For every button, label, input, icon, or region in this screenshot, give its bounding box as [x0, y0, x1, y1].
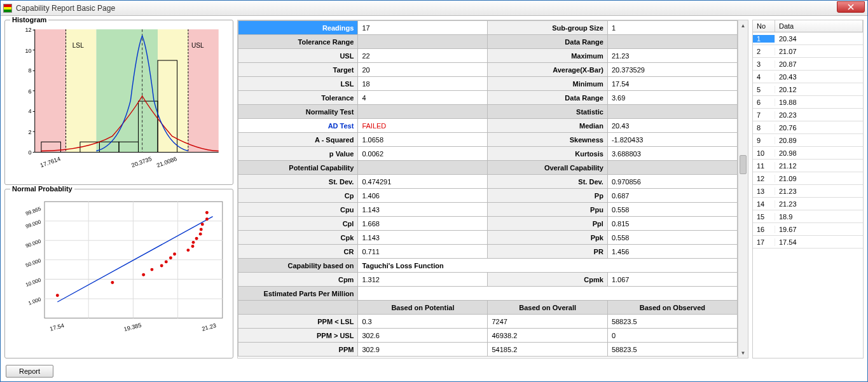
svg-text:90.000: 90.000: [25, 238, 42, 249]
table-row[interactable]: 120.34: [753, 32, 863, 45]
table-row[interactable]: 1518.9: [753, 210, 863, 223]
svg-text:17.7614: 17.7614: [39, 156, 61, 169]
normprob-chart: 99.865 99.000 90.000 50.000 10.000 1.000…: [9, 192, 229, 341]
svg-point-55: [111, 281, 114, 284]
data-rows[interactable]: 120.34221.07320.87420.43520.12619.88720.…: [753, 32, 863, 358]
stats-row: Capability based onTaguchi's Loss Functi…: [238, 259, 738, 273]
histogram-panel: Histogram 0 2 4 6: [4, 20, 233, 185]
svg-text:99.865: 99.865: [25, 206, 42, 217]
svg-text:21.0086: 21.0086: [156, 156, 177, 169]
stats-row: Tolerance RangeData Range: [238, 35, 738, 49]
scroll-thumb[interactable]: [740, 155, 747, 174]
stats-panel: Readings17Sub-group Size1Tolerance Range…: [237, 20, 748, 358]
col-no-header[interactable]: No: [753, 20, 775, 32]
table-row[interactable]: 420.43: [753, 71, 863, 83]
svg-point-60: [169, 256, 172, 259]
table-row[interactable]: 1717.54: [753, 236, 863, 249]
svg-text:10.000: 10.000: [25, 277, 42, 288]
stats-row: Target20Average(X-Bar)20.373529: [238, 63, 738, 77]
stats-row: A - Squared1.0658Skewness-1.820433: [238, 133, 738, 147]
svg-text:50.000: 50.000: [25, 257, 42, 268]
close-icon: [848, 4, 854, 10]
svg-point-58: [160, 264, 163, 268]
svg-point-68: [201, 222, 204, 226]
histogram-title: Histogram: [10, 16, 48, 24]
table-row[interactable]: 820.76: [753, 121, 863, 134]
table-row[interactable]: 920.89: [753, 134, 863, 147]
window-title: Capability Report Basic Page: [16, 4, 115, 13]
svg-rect-2: [96, 29, 158, 152]
stats-row: Based on PotentialBased on OverallBased …: [238, 301, 738, 315]
svg-text:0: 0: [29, 149, 32, 156]
svg-text:12: 12: [25, 27, 31, 33]
stats-row: Cpu1.143Ppu0.558: [238, 203, 738, 217]
table-row[interactable]: 1020.98: [753, 147, 863, 160]
svg-text:1.000: 1.000: [27, 296, 42, 306]
svg-text:4: 4: [29, 108, 32, 114]
svg-text:99.000: 99.000: [25, 219, 42, 229]
stats-row: PPM < LSL0.3724758823.5: [238, 315, 738, 329]
svg-text:USL: USL: [191, 42, 204, 49]
scroll-down-icon[interactable]: ▼: [738, 348, 748, 358]
stats-table: Readings17Sub-group Size1Tolerance Range…: [238, 20, 738, 357]
svg-point-65: [195, 237, 198, 240]
table-row[interactable]: 1321.23: [753, 185, 863, 198]
svg-text:6: 6: [29, 88, 32, 95]
normprob-panel: Normal Probablity 99.865 99.000: [4, 189, 233, 358]
stats-row: AD TestFAILEDMedian20.43: [238, 119, 738, 133]
stats-row: Cpl1.668Ppl0.815: [238, 217, 738, 231]
stats-row: Tolerance4Data Range3.69: [238, 91, 738, 105]
stats-row: CR0.711PR1.456: [238, 245, 738, 259]
app-window: Capability Report Basic Page Histogram: [0, 0, 868, 382]
table-row[interactable]: 1121.12: [753, 160, 863, 172]
stats-row: Estimated Parts Per Million: [238, 287, 738, 301]
report-button[interactable]: Report: [6, 365, 53, 378]
svg-point-70: [205, 211, 209, 214]
content-area: Histogram 0 2 4 6: [1, 16, 867, 362]
stats-row: PPM302.954185.258823.5: [238, 343, 738, 357]
table-row[interactable]: 1619.67: [753, 223, 863, 236]
svg-rect-3: [158, 29, 188, 152]
titlebar: Capability Report Basic Page: [1, 1, 867, 16]
svg-point-66: [199, 233, 202, 236]
svg-point-67: [200, 228, 203, 231]
svg-text:10: 10: [25, 48, 31, 54]
svg-point-57: [150, 268, 153, 271]
svg-text:17.54: 17.54: [49, 322, 65, 332]
scroll-up-icon[interactable]: ▲: [738, 20, 748, 31]
svg-text:20.3735: 20.3735: [130, 156, 152, 169]
table-row[interactable]: 1421.23: [753, 198, 863, 210]
svg-text:19.385: 19.385: [123, 322, 142, 332]
svg-point-62: [186, 249, 189, 252]
table-row[interactable]: 1221.09: [753, 172, 863, 185]
data-panel: No Data 120.34221.07320.87420.43520.1261…: [752, 20, 864, 358]
stats-row: Normality TestStatistic: [238, 105, 738, 119]
svg-point-59: [165, 260, 168, 263]
stats-row: Readings17Sub-group Size1: [238, 21, 738, 35]
svg-text:21.23: 21.23: [201, 322, 217, 332]
data-header: No Data: [753, 20, 863, 32]
svg-text:LSL: LSL: [72, 42, 84, 49]
stats-scrollbar[interactable]: ▲ ▼: [738, 20, 748, 358]
stats-row: LSL18Minimum17.54: [238, 77, 738, 91]
charts-column: Histogram 0 2 4 6: [4, 20, 233, 358]
table-row[interactable]: 619.88: [753, 96, 863, 109]
svg-point-64: [192, 241, 195, 244]
table-row[interactable]: 520.12: [753, 83, 863, 96]
footer: Report: [1, 362, 867, 381]
app-icon: [3, 4, 12, 13]
stats-row: St. Dev.0.474291St. Dev.0.970856: [238, 175, 738, 189]
stats-row: Cp1.406Pp0.687: [238, 189, 738, 203]
stats-row: USL22Maximum21.23: [238, 49, 738, 63]
table-row[interactable]: 221.07: [753, 45, 863, 58]
stats-scroll[interactable]: Readings17Sub-group Size1Tolerance Range…: [238, 20, 738, 358]
stats-row: Cpm1.312Cpmk1.067: [238, 273, 738, 287]
close-button[interactable]: [837, 1, 865, 13]
histogram-chart: 0 2 4 6 8 10 12: [9, 23, 229, 178]
stats-row: PPM > USL302.646938.20: [238, 329, 738, 343]
svg-point-63: [191, 245, 195, 248]
col-data-header[interactable]: Data: [775, 20, 863, 32]
normprob-title: Normal Probablity: [10, 185, 74, 193]
table-row[interactable]: 320.87: [753, 58, 863, 71]
table-row[interactable]: 720.23: [753, 109, 863, 121]
